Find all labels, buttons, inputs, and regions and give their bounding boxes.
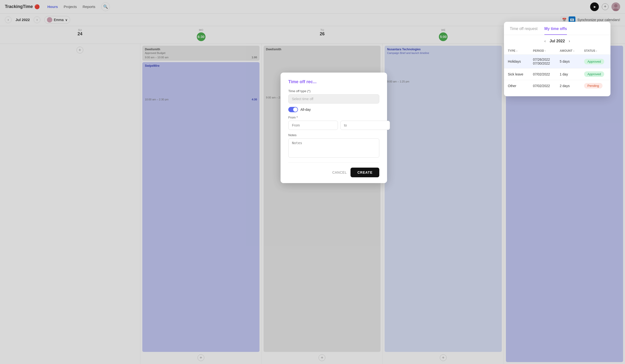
- table-row: Holidays 07/26/2022 07/30/2022 5 days Ap…: [504, 55, 610, 68]
- from-input[interactable]: [288, 121, 338, 130]
- sort-amount-icon: ↕: [573, 50, 574, 52]
- col-type[interactable]: TYPE ↕: [504, 47, 529, 55]
- panel-tabs: Time off request My time offs: [504, 22, 610, 35]
- allday-toggle[interactable]: [288, 107, 298, 112]
- type-label: Time off type (*): [288, 89, 379, 93]
- cell-status: Approved: [580, 55, 610, 68]
- form-divider: [288, 163, 379, 163]
- cell-type: Holidays: [504, 55, 529, 68]
- tab-time-off-request[interactable]: Time off request: [510, 27, 538, 35]
- panel-prev-month[interactable]: ‹: [544, 39, 546, 43]
- form-actions: CANCEL CREATE: [288, 168, 379, 177]
- cell-period: 07/26/2022 07/30/2022: [529, 55, 556, 68]
- to-input[interactable]: [340, 121, 390, 130]
- cell-status: Pending: [580, 80, 610, 92]
- cell-period: 07/02/2022: [529, 80, 556, 92]
- panel-month-nav: ‹ Jul 2022 ›: [504, 35, 610, 47]
- allday-toggle-row: All-day: [288, 107, 379, 112]
- panel-month-label: Jul 2022: [549, 39, 565, 43]
- status-badge-approved: Approved: [584, 71, 604, 77]
- table-row: Sick leave 07/02/2022 1 day Approved: [504, 68, 610, 80]
- cell-amount: 2 days: [556, 80, 580, 92]
- cell-amount: 5 days: [556, 55, 580, 68]
- col-status[interactable]: STATUS ↕: [580, 47, 610, 55]
- from-label: From *: [288, 116, 379, 119]
- timeoff-panel: Time off request My time offs ‹ Jul 2022…: [504, 22, 610, 96]
- allday-label: All-day: [300, 108, 311, 112]
- cell-period: 07/02/2022: [529, 68, 556, 80]
- status-badge-pending: Pending: [584, 83, 602, 88]
- panel-next-month[interactable]: ›: [569, 39, 570, 43]
- notes-textarea[interactable]: [288, 138, 379, 158]
- time-off-type-select[interactable]: Select time off: [288, 94, 379, 104]
- from-to-row: [288, 121, 379, 130]
- table-header-row: TYPE ↕ PERIOD ↑ AMOUNT ↕ STATUS ↕: [504, 47, 610, 55]
- create-button[interactable]: CREATE: [350, 168, 379, 177]
- table-row: Other 07/02/2022 2 days Pending: [504, 80, 610, 92]
- notes-label: Notes: [288, 133, 379, 137]
- cancel-button[interactable]: CANCEL: [332, 170, 347, 174]
- cell-status: Approved: [580, 68, 610, 80]
- form-title: Time off rec...: [288, 79, 379, 84]
- timeoff-table: TYPE ↕ PERIOD ↑ AMOUNT ↕ STATUS ↕ Holida…: [504, 47, 610, 91]
- col-amount[interactable]: AMOUNT ↕: [556, 47, 580, 55]
- sort-status-icon: ↕: [596, 50, 597, 52]
- col-period[interactable]: PERIOD ↑: [529, 47, 556, 55]
- cell-amount: 1 day: [556, 68, 580, 80]
- cell-type: Other: [504, 80, 529, 92]
- timeoff-form: Time off rec... Time off type (*) Select…: [281, 73, 387, 183]
- status-badge-approved: Approved: [584, 59, 604, 64]
- sort-period-icon: ↑: [545, 50, 546, 52]
- sort-type-icon: ↕: [516, 50, 518, 52]
- cell-type: Sick leave: [504, 68, 529, 80]
- tab-my-time-offs[interactable]: My time offs: [544, 27, 567, 35]
